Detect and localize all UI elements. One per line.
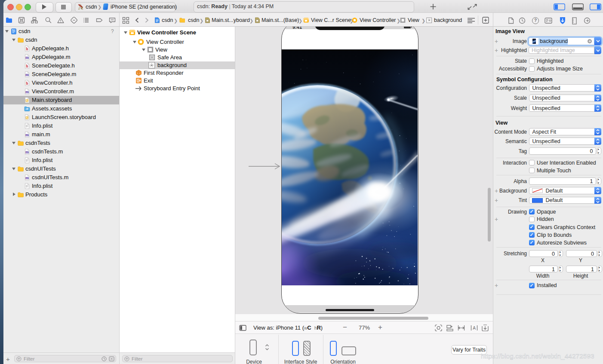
svg-text:m: m xyxy=(25,176,29,180)
svg-text:m: m xyxy=(25,73,29,77)
svg-text:m: m xyxy=(25,90,29,94)
svg-text:m: m xyxy=(25,133,29,137)
svg-text:h: h xyxy=(26,81,28,86)
svg-text:h: h xyxy=(26,47,28,51)
svg-text:h: h xyxy=(26,64,28,68)
svg-text:m: m xyxy=(25,55,29,60)
svg-text:m: m xyxy=(25,150,29,154)
svg-text:A: A xyxy=(473,326,476,330)
